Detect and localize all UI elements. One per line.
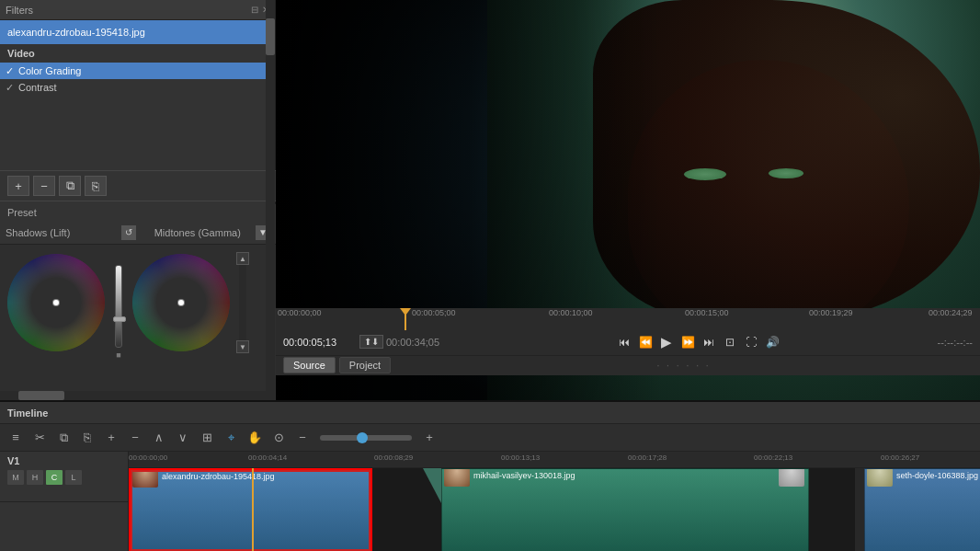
color-wheels-row: ■ ▲ ▼ [0,245,276,374]
minimize-icon[interactable]: ⊟ [251,5,258,15]
clip-selection-border [131,470,370,551]
brightness-slider-thumb[interactable] [113,316,126,322]
transition-1 [423,468,441,503]
go-to-start-button[interactable]: ⏮ [615,333,633,351]
tl-mark-0: 00:00:00;00 [129,453,167,462]
scroll-up-button[interactable]: ▲ [236,252,249,265]
ripple-button[interactable]: ⊙ [268,428,289,448]
eye-right [769,168,803,178]
reset-shadows-button[interactable]: ↺ [121,225,136,240]
timeline-toolbar: ≡ ✂ ⧉ ⎘ + − ∧ ∨ ⊞ ⌖ ✋ ⊙ − + [0,424,980,452]
gap-2 [809,468,855,551]
mute-button[interactable]: M [7,470,24,485]
playhead-triangle [400,308,411,316]
ruler-mark-4: 00:00:19;29 [809,308,853,317]
v-scrollbar-thumb[interactable] [266,18,275,55]
timeline-section: Timeline ≡ ✂ ⧉ ⎘ + − ∧ ∨ ⊞ ⌖ ✋ ⊙ − + V1 … [0,400,980,551]
duration-display: --:--:--:-- [938,337,973,348]
shadows-lift-label: Shadows (Lift) [6,227,121,238]
clip-1[interactable]: alexandru-zdrobau-195418.jpg [129,468,372,551]
timecode-edit-button[interactable]: ⬆⬇ [359,335,383,349]
shadows-wheel-container [6,252,107,353]
go-to-end-button[interactable]: ⏭ [700,333,718,351]
grid-button[interactable]: ⊞ [197,428,217,448]
move-down-button[interactable]: ∨ [173,428,193,448]
clip-1-label: alexandru-zdrobau-195418.jpg [162,472,275,481]
playhead[interactable] [405,308,406,331]
color-grading-controls: Shadows (Lift) ↺ Midtones (Gamma) ▼ ■ [0,221,276,400]
lock-button[interactable]: L [65,470,82,485]
filter-item-color-grading[interactable]: ✓ Color Grading [0,63,275,79]
clip-2-thumb-end [779,468,804,487]
v1-track-label: V1 M H C L [0,452,128,502]
add-track-button[interactable]: + [101,428,121,448]
loop-button[interactable]: ⊡ [721,333,739,351]
filters-panel: Filters ⊟ ✕ alexandru-zdrobau-195418.jpg… [0,0,276,400]
timeline-content: V1 M H C L 00:00:00;00 00:00:04;14 00:00… [0,452,980,551]
midtones-color-wheel[interactable] [131,252,232,353]
hand-button[interactable]: ✋ [245,428,265,448]
midtones-wheel-dot[interactable] [177,299,185,306]
filter-buttons-bar: + − ⧉ ⎘ [0,170,276,201]
source-tab[interactable]: Source [283,357,336,373]
clip-1-thumb [132,468,158,488]
composite-button[interactable]: C [46,470,63,485]
eye-left [684,168,726,180]
ruler-mark-2: 00:00:10;00 [549,308,593,317]
clip-2[interactable]: mikhail-vasilyev-130018.jpg [441,468,809,551]
zoom-out-button[interactable]: − [292,428,313,448]
gap-1 [372,468,441,551]
v-scrollbar[interactable] [266,0,275,400]
cut-button[interactable]: ✂ [29,428,50,448]
midtones-label: Midtones (Gamma) [140,227,256,238]
clip-3-label: seth-doyle-106388.jpg [896,471,978,480]
preset-label: Preset [7,207,37,218]
transport-controls: 00:00:05;13 ⬆⬇ 00:00:34;05 ⏮ ⏪ ▶ ⏩ ⏭ ⊡ ⛶… [276,329,980,355]
tl-mark-1: 00:00:04;14 [248,453,287,462]
hide-button[interactable]: H [27,470,43,485]
zoom-slider[interactable] [320,435,412,441]
remove-filter-button[interactable]: − [33,176,55,196]
brightness-slider[interactable] [115,265,122,348]
h-scrollbar[interactable] [0,391,267,400]
clip-2-thumb [444,468,470,487]
fast-forward-button[interactable]: ⏩ [678,333,697,351]
hamburger-button[interactable]: ≡ [6,428,26,448]
fullscreen-button[interactable]: ⛶ [742,333,760,351]
zoom-in-button[interactable]: + [419,428,439,448]
shadows-color-wheel[interactable] [6,252,107,353]
tl-mark-4: 00:00:17;28 [628,453,667,462]
ruler-mark-3: 00:00:15;00 [685,308,729,317]
clip-2-label: mikhail-vasilyev-130018.jpg [473,471,575,480]
v1-track-buttons: M H C L [7,470,120,485]
tl-mark-5: 00:00:22;13 [754,453,792,462]
copy-filter-button[interactable]: ⧉ [59,176,81,196]
step-back-button[interactable]: ⏪ [636,333,655,351]
check-icon-2: ✓ [6,82,14,94]
copy-button[interactable]: ⧉ [53,428,74,448]
project-tab[interactable]: Project [339,357,391,373]
shadows-wheel-dot[interactable] [52,299,60,306]
track-labels: V1 M H C L [0,452,129,551]
track-time-ruler: 00:00:00;00 00:00:04;14 00:00:08;29 00:0… [129,452,980,468]
timeline-title: Timeline [7,408,48,419]
tl-mark-3: 00:00:13;13 [501,453,540,462]
magnet-button[interactable]: ⌖ [221,428,241,448]
transport-section: 00:00:05;13 ⬆⬇ 00:00:34;05 ⏮ ⏪ ▶ ⏩ ⏭ ⊡ ⛶… [276,329,980,375]
current-timecode: 00:00:05;13 [283,337,357,348]
volume-button[interactable]: 🔊 [763,333,781,351]
paste-filter-button[interactable]: ⎘ [85,176,107,196]
play-button[interactable]: ▶ [657,333,676,351]
filters-titlebar: Filters ⊟ ✕ [0,0,275,20]
clip-3[interactable]: seth-doyle-106388.jpg [864,468,980,551]
midtones-wheel-container [131,252,232,353]
paste-button[interactable]: ⎘ [77,428,97,448]
move-up-button[interactable]: ∧ [149,428,169,448]
add-filter-button[interactable]: + [7,176,29,196]
h-scrollbar-thumb[interactable] [18,391,64,400]
filter-item-contrast[interactable]: ✓ Contrast [0,79,275,96]
slider-label: ■ [116,350,120,360]
remove-track-button[interactable]: − [125,428,145,448]
timeline-header: Timeline [0,402,980,424]
scroll-down-button[interactable]: ▼ [236,340,249,353]
